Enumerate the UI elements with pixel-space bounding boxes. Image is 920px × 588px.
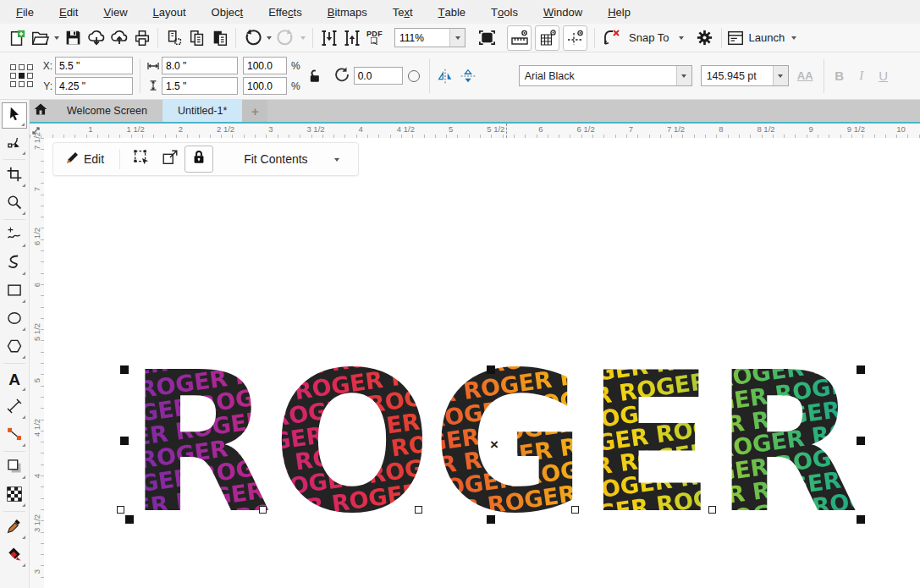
scale-v-field[interactable] [243,77,287,95]
object-height-field[interactable] [162,77,238,95]
menu-effects[interactable]: Effects [256,0,315,24]
powerclip-select-contents-button[interactable] [127,146,156,172]
tool-color-eyedropper[interactable] [2,514,27,541]
selection-handle-top-right[interactable] [857,365,865,374]
glyph-node[interactable] [259,506,267,514]
scale-h-field[interactable] [243,57,287,74]
object-center-marker[interactable]: × [490,437,499,452]
menu-window[interactable]: Window [531,0,595,24]
fit-contents-caret[interactable] [332,148,343,170]
cut-button[interactable] [163,26,185,50]
y-position-field[interactable] [55,77,133,95]
import-button[interactable] [317,26,340,50]
font-size-caret[interactable] [773,66,788,85]
save-button[interactable] [62,26,85,50]
object-width-field[interactable] [162,57,238,74]
redo-dropdown-caret[interactable] [297,27,308,49]
tool-artistic-media[interactable] [2,250,27,277]
tool-pick[interactable] [2,102,27,129]
zoom-level-caret[interactable] [449,29,465,47]
zoom-level-combo[interactable] [394,28,466,47]
underline-button[interactable]: U [873,69,895,83]
selection-handle-top-center[interactable] [487,365,495,374]
copy-button[interactable] [185,26,208,50]
tool-shape[interactable] [2,130,27,157]
show-guidelines-toggle[interactable] [563,25,587,51]
home-tab-button[interactable] [30,100,52,122]
snap-off-button[interactable] [599,26,622,50]
font-list-combo[interactable]: Arial Black [519,65,692,86]
tool-ellipse[interactable] [2,306,27,332]
menu-object[interactable]: Object [199,0,256,24]
menu-file[interactable]: File [3,0,47,24]
menu-edit[interactable]: Edit [47,0,91,24]
tool-dimension[interactable] [2,394,27,420]
mirror-horizontal-button[interactable] [434,64,457,88]
tool-connector[interactable] [2,422,27,448]
selection-handle-bottom-left[interactable] [125,515,134,524]
selection-handle-top-left[interactable] [120,365,129,374]
font-list-caret[interactable] [676,66,691,85]
menu-bitmaps[interactable]: Bitmaps [315,0,380,24]
lock-ratio-button[interactable] [303,64,326,88]
full-screen-preview-button[interactable] [476,26,499,50]
tool-text[interactable]: A [2,366,27,393]
menu-help[interactable]: Help [595,0,643,24]
menu-layout[interactable]: Layout [140,0,199,24]
font-features-button[interactable]: AA [794,64,817,88]
selection-handle-bottom-right[interactable] [857,515,865,524]
open-button[interactable] [28,26,51,50]
powerclip-edit-button[interactable]: Edit [60,146,113,172]
mirror-vertical-button[interactable] [457,64,480,88]
publish-pdf-button[interactable]: PDF [363,26,386,50]
cloud-download-button[interactable] [85,26,107,50]
tool-zoom[interactable] [2,190,27,217]
snap-to-button[interactable]: Snap To [622,26,675,50]
tool-crop[interactable] [2,162,27,189]
drawing-canvas[interactable]: Edit Fit Contents ROGER [44,138,920,588]
launch-button[interactable]: Launch [726,26,788,50]
undo-dropdown-caret[interactable] [263,27,274,49]
zoom-level-field[interactable] [395,30,449,46]
tool-drop-shadow[interactable] [2,454,27,481]
paste-button[interactable] [208,26,231,50]
powerclip-lock-contents-button[interactable] [185,146,213,173]
launch-caret[interactable] [788,27,799,49]
rotation-angle-field[interactable] [354,67,403,85]
tool-transparency[interactable] [2,482,27,508]
show-rulers-toggle[interactable] [507,25,532,51]
bold-button[interactable]: B [829,69,851,83]
powerclip-fit-contents-button[interactable]: Fit Contents [235,146,316,172]
selection-handle-middle-right[interactable] [857,437,865,445]
menu-text[interactable]: Text [380,0,426,24]
selection-handle-bottom-center[interactable] [487,515,495,524]
menu-tools[interactable]: Tools [478,0,531,24]
selection-handle-middle-left[interactable] [120,437,129,445]
menu-table[interactable]: Table [426,0,479,24]
new-tab-button[interactable]: + [242,100,267,122]
options-button[interactable] [693,26,716,50]
powerclip-extract-contents-button[interactable] [156,146,185,172]
italic-button[interactable]: I [851,69,873,83]
tool-rectangle[interactable] [2,278,27,305]
export-button[interactable] [340,26,363,50]
tool-interactive-fill[interactable] [2,542,27,569]
glyph-node[interactable] [708,506,716,514]
glyph-node[interactable] [415,506,422,514]
snap-to-caret[interactable] [675,27,686,49]
tab-welcome-screen[interactable]: Welcome Screen [52,100,163,122]
new-document-button[interactable] [5,26,28,50]
tool-freehand[interactable] [2,223,27,249]
glyph-node[interactable] [117,506,124,514]
glyph-node[interactable] [571,506,579,514]
tab-untitled-1[interactable]: Untitled-1* [163,100,242,122]
show-grid-toggle[interactable] [535,25,559,51]
redo-button[interactable] [274,26,297,50]
print-button[interactable] [130,26,153,50]
font-size-combo[interactable]: 145.945 pt [701,65,789,86]
cloud-upload-button[interactable] [107,26,130,50]
open-dropdown-caret[interactable] [51,27,62,49]
tool-polygon[interactable] [2,334,27,360]
undo-button[interactable] [240,26,263,50]
menu-view[interactable]: View [91,0,140,24]
